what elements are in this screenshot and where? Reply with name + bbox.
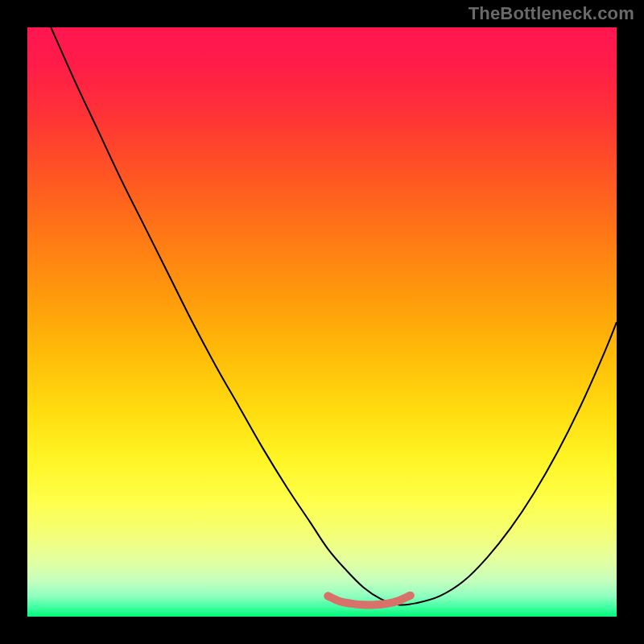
bottleneck-curve — [51, 27, 617, 605]
bottom-marker-band — [328, 596, 410, 605]
watermark-text: TheBottleneck.com — [469, 3, 634, 24]
bottleneck-curve-layer — [27, 27, 617, 617]
plot-area — [27, 27, 617, 617]
chart-frame: TheBottleneck.com — [0, 0, 644, 644]
